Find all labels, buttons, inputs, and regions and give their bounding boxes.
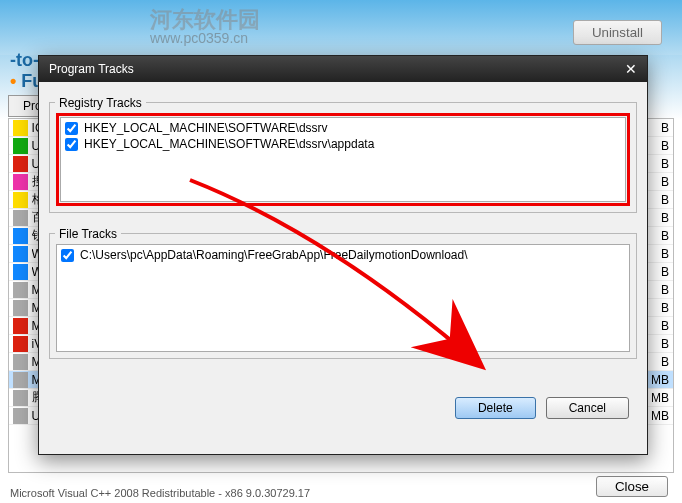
dialog-titlebar: Program Tracks ✕ xyxy=(39,56,647,82)
app-icon xyxy=(13,264,28,280)
app-icon xyxy=(13,390,28,406)
list-item[interactable]: C:\Users\pc\AppData\Roaming\FreeGrabApp\… xyxy=(59,247,627,263)
watermark-url: www.pc0359.cn xyxy=(150,30,248,46)
registry-tracks-list[interactable]: HKEY_LOCAL_MACHINE\SOFTWARE\dssrv HKEY_L… xyxy=(60,117,626,202)
app-icon xyxy=(13,282,28,298)
app-icon xyxy=(13,354,28,370)
program-tracks-dialog: Program Tracks ✕ Registry Tracks HKEY_LO… xyxy=(38,55,648,455)
file-tracks-label: File Tracks xyxy=(55,227,121,241)
app-icon xyxy=(13,336,28,352)
registry-path: HKEY_LOCAL_MACHINE\SOFTWARE\dssrv xyxy=(84,121,328,135)
app-icon xyxy=(13,174,28,190)
list-item[interactable]: HKEY_LOCAL_MACHINE\SOFTWARE\dssrv\appdat… xyxy=(63,136,623,152)
list-item[interactable]: HKEY_LOCAL_MACHINE\SOFTWARE\dssrv xyxy=(63,120,623,136)
app-icon xyxy=(13,192,28,208)
status-bar: Microsoft Visual C++ 2008 Redistributabl… xyxy=(10,487,310,499)
app-icon xyxy=(13,156,28,172)
file-path: C:\Users\pc\AppData\Roaming\FreeGrabApp\… xyxy=(80,248,468,262)
cancel-button[interactable]: Cancel xyxy=(546,397,629,419)
dialog-title: Program Tracks xyxy=(49,62,134,76)
checkbox[interactable] xyxy=(65,138,78,151)
registry-tracks-label: Registry Tracks xyxy=(55,96,146,110)
app-icon xyxy=(13,120,28,136)
app-icon xyxy=(13,246,28,262)
close-icon[interactable]: ✕ xyxy=(625,61,637,77)
close-button[interactable]: Close xyxy=(596,476,668,497)
app-icon xyxy=(13,210,28,226)
checkbox[interactable] xyxy=(65,122,78,135)
app-icon xyxy=(13,372,28,388)
checkbox[interactable] xyxy=(61,249,74,262)
app-icon xyxy=(13,408,28,424)
highlight-box: HKEY_LOCAL_MACHINE\SOFTWARE\dssrv HKEY_L… xyxy=(56,113,630,206)
app-icon xyxy=(13,318,28,334)
app-icon xyxy=(13,300,28,316)
app-icon xyxy=(13,138,28,154)
file-tracks-list[interactable]: C:\Users\pc\AppData\Roaming\FreeGrabApp\… xyxy=(56,244,630,352)
registry-path: HKEY_LOCAL_MACHINE\SOFTWARE\dssrv\appdat… xyxy=(84,137,374,151)
uninstall-button[interactable]: Uninstall xyxy=(573,20,662,45)
delete-button[interactable]: Delete xyxy=(455,397,536,419)
app-icon xyxy=(13,228,28,244)
